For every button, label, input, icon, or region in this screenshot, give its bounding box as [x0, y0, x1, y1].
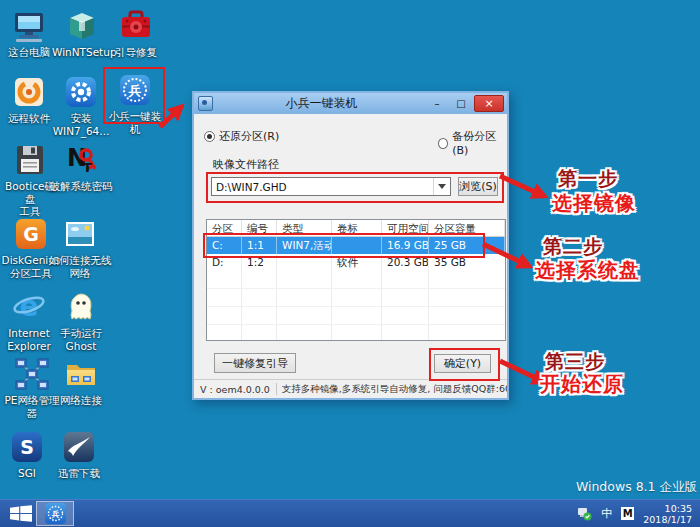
repair-boot-button[interactable]: 一键修复引导	[214, 353, 296, 373]
column-header[interactable]: 卷标	[332, 220, 382, 237]
desktop-icon-network-connection[interactable]: 网络连接	[51, 356, 111, 407]
desktop-icon-label: 远程软件	[0, 112, 58, 125]
version-text: V : oem4.0.0.0	[194, 384, 276, 395]
image-path-label: 映像文件路径	[213, 157, 279, 172]
desktop-icon-label: 迅雷下载	[49, 467, 109, 480]
taskbar-app-xiaobing[interactable]: 兵	[36, 501, 74, 526]
dialog-title-bar[interactable]: 小兵一键装机 – □ ×	[194, 93, 507, 114]
status-text: 支持多种镜像,多系统引导自动修复, 问题反馈QQ群:606616468	[282, 383, 507, 396]
windows-edition-watermark: Windows 8.1 企业版	[576, 479, 697, 496]
ime-mode-icon[interactable]: M	[621, 507, 634, 520]
desktop-icon-remote-software[interactable]: 远程软件	[0, 74, 58, 125]
svg-text:兵: 兵	[128, 83, 142, 98]
radio-selected-icon	[204, 131, 215, 142]
ghost-icon	[63, 289, 99, 325]
table-empty-row	[207, 307, 505, 325]
browse-button[interactable]: 浏览(S)	[458, 177, 498, 196]
desktop-icon-install-win7[interactable]: 安装 WIN7_64...	[51, 74, 111, 137]
xiaobing-app-icon: 兵	[117, 72, 153, 108]
clock-time: 10:35	[643, 503, 692, 514]
desktop-icon-label: 如何连接无线 网络	[46, 254, 114, 279]
desktop-icon-label: 这台电脑	[0, 46, 58, 59]
step1-title: 第一步	[558, 166, 618, 192]
partition-table: 分区 编号 类型 卷标 可用空间 分区容量 C: 1:1 WIN7,活动 16.…	[206, 219, 506, 341]
radio-backup-partition[interactable]: 备份分区(B)	[438, 129, 507, 157]
desktop-icon-sgi[interactable]: S SGI	[0, 429, 54, 480]
desktop-icon-label: 小兵一键装机	[106, 110, 164, 135]
column-header[interactable]: 可用空间	[382, 220, 429, 237]
step3-action: 开始还原	[540, 371, 624, 398]
ok-button[interactable]: 确定(Y)	[434, 354, 491, 373]
xiaobing-app-icon: 兵	[45, 503, 66, 524]
desktop-icon-label: WinNTSetup	[52, 46, 112, 59]
table-row-d-drive[interactable]: D: 1:2 软件 20.3 GB 35 GB	[207, 254, 505, 271]
desktop-icon-internet-explorer[interactable]: e Internet Explorer	[0, 289, 58, 352]
close-button[interactable]: ×	[474, 95, 504, 112]
desktop-icon-winntsetup[interactable]: WinNTSetup	[52, 8, 112, 59]
desktop-icon-label: 引导修复	[107, 46, 165, 59]
gear-icon	[63, 74, 99, 110]
windows-logo-icon	[10, 505, 32, 522]
status-divider	[276, 383, 277, 395]
radio-unselected-icon	[438, 138, 448, 149]
radio-label: 备份分区(B)	[452, 129, 507, 157]
desktop-icon-label: Internet Explorer	[0, 327, 58, 352]
desktop-icon-label: SGI	[0, 467, 54, 480]
desktop-icon-boot-repair[interactable]: 引导修复	[107, 8, 165, 59]
desktop-icon-wireless-help[interactable]: 如何连接无线 网络	[46, 216, 114, 279]
network-tray-icon[interactable]	[576, 506, 592, 521]
folder-icon	[63, 356, 99, 392]
desktop-icon-ghost[interactable]: 手动运行 Ghost	[51, 289, 111, 352]
column-header[interactable]: 类型	[277, 220, 332, 237]
image-path-value: D:\WIN7.GHD	[212, 181, 433, 193]
radio-restore-partition[interactable]: 还原分区(R)	[204, 129, 279, 144]
system-tray: 中 M 10:35 2018/1/17	[576, 500, 700, 527]
svg-text:兵: 兵	[50, 510, 59, 519]
sgi-icon: S	[9, 429, 45, 465]
column-header[interactable]: 分区容量	[429, 220, 505, 237]
ime-language-indicator[interactable]: 中	[601, 506, 612, 521]
svg-text:T: T	[83, 160, 92, 175]
desktop-icon-label: 手动运行 Ghost	[51, 327, 111, 352]
desktop-icon-xiaobing-installer[interactable]: 兵 小兵一键装机	[106, 72, 164, 135]
table-empty-row	[207, 271, 505, 289]
column-header[interactable]: 编号	[242, 220, 277, 237]
svg-text:G: G	[23, 223, 39, 245]
step2-action: 选择系统盘	[535, 257, 640, 284]
internet-explorer-icon: e	[11, 289, 47, 325]
taskbar: 兵 中 M 10:35 2018/1/17	[0, 499, 700, 527]
clock-date: 2018/1/17	[643, 514, 692, 525]
thunder-bird-icon	[61, 429, 97, 465]
dialog-title: 小兵一键装机	[217, 95, 426, 112]
start-button[interactable]	[8, 504, 34, 523]
table-empty-row	[207, 289, 505, 307]
svg-text:e: e	[20, 290, 39, 323]
toolbox-icon	[118, 8, 154, 44]
desktop-icon-label: 安装 WIN7_64...	[51, 112, 111, 137]
minimize-button[interactable]: –	[426, 96, 448, 111]
key-icon: NT	[63, 142, 99, 178]
desktop-icon-crack-password[interactable]: NT 破解系统密码	[48, 142, 114, 193]
network-diagram-icon	[14, 356, 50, 392]
desktop-icon-this-pc[interactable]: 这台电脑	[0, 8, 58, 59]
computer-icon	[11, 8, 47, 44]
column-header[interactable]: 分区	[207, 220, 242, 237]
installer-dialog: 小兵一键装机 – □ × 还原分区(R) 备份分区(B) 映像文件路径 D:\W…	[192, 91, 509, 400]
photo-icon	[62, 216, 98, 252]
radio-label: 还原分区(R)	[219, 129, 279, 144]
chevron-down-icon[interactable]	[433, 178, 450, 195]
step1-action: 选择镜像	[552, 190, 636, 217]
maximize-button[interactable]: □	[450, 96, 472, 111]
desktop-icon-thunder[interactable]: 迅雷下载	[49, 429, 109, 480]
desktop-icon-label: 破解系统密码	[48, 180, 114, 193]
dialog-status-bar: V : oem4.0.0.0 支持多种镜像,多系统引导自动修复, 问题反馈QQ群…	[194, 379, 507, 398]
taskbar-clock[interactable]: 10:35 2018/1/17	[643, 503, 692, 525]
partition-table-header: 分区 编号 类型 卷标 可用空间 分区容量	[207, 220, 505, 237]
dialog-window-icon	[198, 96, 213, 111]
table-row-c-drive[interactable]: C: 1:1 WIN7,活动 16.9 GB 25 GB	[207, 237, 505, 254]
desktop-icon-label: 网络连接	[51, 394, 111, 407]
remote-software-icon	[11, 74, 47, 110]
image-path-combobox[interactable]: D:\WIN7.GHD	[211, 177, 451, 196]
diskgenius-icon: G	[13, 216, 49, 252]
svg-text:S: S	[20, 436, 34, 458]
